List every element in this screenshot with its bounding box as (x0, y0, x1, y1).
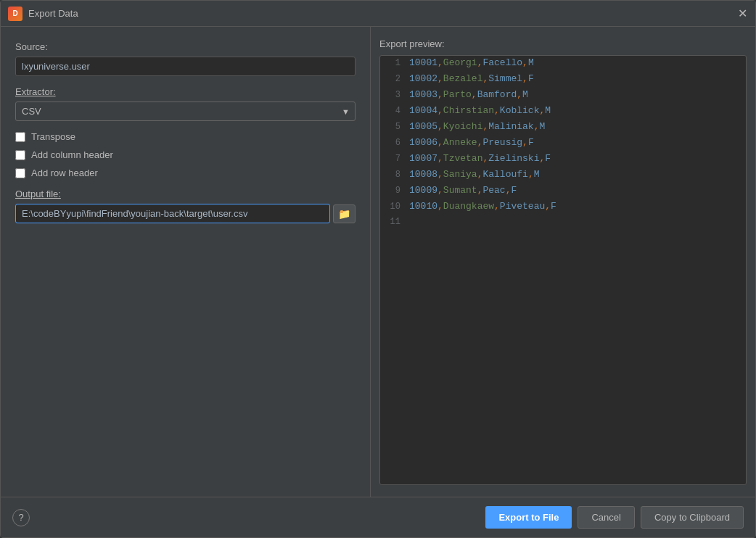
preview-row: 610006,Anneke,Preusig,F (380, 136, 746, 152)
line-content: 10008,Saniya,Kalloufi,M (409, 169, 540, 180)
line-number: 1 (380, 58, 409, 68)
preview-row: 910009,Sumant,Peac,F (380, 183, 746, 199)
extractor-select[interactable]: CSV JSON SQL XML (15, 102, 356, 121)
output-file-input[interactable] (15, 204, 330, 223)
footer-left: ? (12, 509, 30, 526)
line-content: 10005,Kyoichi,Maliniak,M (409, 121, 545, 132)
title-bar-left: D Export Data (8, 7, 78, 21)
extractor-label: Extractor: (15, 86, 356, 97)
line-content: 10010,Duangkaew,Piveteau,F (409, 201, 556, 212)
line-content: 10009,Sumant,Peac,F (409, 185, 517, 196)
preview-row: 110001,Georgi,Facello,M (380, 56, 746, 72)
line-content: 10004,Chirstian,Koblick,M (409, 105, 551, 116)
close-button[interactable]: ✕ (736, 8, 748, 20)
preview-row: 810008,Saniya,Kalloufi,M (380, 167, 746, 183)
add-row-header-label: Add row header (31, 167, 98, 178)
preview-row: 510005,Kyoichi,Maliniak,M (380, 120, 746, 136)
extractor-select-wrapper: CSV JSON SQL XML ▼ (15, 102, 356, 121)
line-number: 11 (380, 217, 409, 227)
line-number: 9 (380, 186, 409, 196)
title-bar: D Export Data ✕ (1, 1, 755, 27)
export-dialog: D Export Data ✕ Source: Extractor: CSV J… (0, 0, 756, 538)
preview-row: 410004,Chirstian,Koblick,M (380, 104, 746, 120)
export-to-file-button[interactable]: Export to File (485, 506, 572, 529)
folder-icon: 📁 (338, 208, 350, 220)
dialog-footer: ? Export to File Cancel Copy to Clipboar… (1, 497, 755, 537)
line-number: 5 (380, 122, 409, 132)
copy-to-clipboard-button[interactable]: Copy to Clipboard (641, 506, 744, 529)
line-content: 10003,Parto,Bamford,M (409, 89, 528, 100)
help-button[interactable]: ? (12, 509, 30, 526)
preview-row: 1010010,Duangkaew,Piveteau,F (380, 199, 746, 215)
line-content: 10006,Anneke,Preusig,F (409, 137, 534, 148)
line-number: 3 (380, 90, 409, 100)
cancel-button[interactable]: Cancel (578, 506, 634, 529)
preview-area[interactable]: 110001,Georgi,Facello,M210002,Bezalel,Si… (379, 55, 747, 485)
source-section: Source: (15, 41, 356, 76)
dialog-title: Export Data (28, 8, 78, 19)
transpose-label: Transpose (31, 131, 75, 142)
add-column-header-checkbox-row[interactable]: Add column header (15, 149, 356, 160)
preview-row: 710007,Tzvetan,Zielinski,F (380, 152, 746, 167)
source-input[interactable] (15, 57, 356, 76)
output-file-section: Output file: 📁 (15, 189, 356, 223)
preview-row: 310003,Parto,Bamford,M (380, 88, 746, 104)
line-content: 10007,Tzvetan,Zielinski,F (409, 153, 551, 164)
line-number: 10 (380, 202, 409, 212)
preview-label: Export preview: (379, 38, 747, 49)
footer-right: Export to File Cancel Copy to Clipboard (485, 506, 744, 529)
add-row-header-checkbox[interactable] (15, 168, 25, 178)
left-panel: Source: Extractor: CSV JSON SQL XML ▼ (1, 27, 371, 497)
line-number: 7 (380, 154, 409, 164)
output-file-row: 📁 (15, 204, 356, 223)
right-panel: Export preview: 110001,Georgi,Facello,M2… (371, 27, 755, 497)
browse-button[interactable]: 📁 (333, 204, 356, 223)
extractor-section: Extractor: CSV JSON SQL XML ▼ (15, 86, 356, 121)
line-number: 8 (380, 170, 409, 180)
dialog-body: Source: Extractor: CSV JSON SQL XML ▼ (1, 27, 755, 497)
source-label: Source: (15, 41, 356, 52)
app-icon: D (8, 7, 22, 21)
transpose-checkbox-row[interactable]: Transpose (15, 131, 356, 142)
checkboxes-section: Transpose Add column header Add row head… (15, 131, 356, 178)
output-file-label: Output file: (15, 189, 356, 199)
line-content: 10001,Georgi,Facello,M (409, 57, 534, 68)
line-number: 4 (380, 106, 409, 116)
add-column-header-label: Add column header (31, 149, 113, 160)
add-row-header-checkbox-row[interactable]: Add row header (15, 167, 356, 178)
transpose-checkbox[interactable] (15, 132, 25, 142)
preview-row: 210002,Bezalel,Simmel,F (380, 72, 746, 88)
add-column-header-checkbox[interactable] (15, 150, 25, 160)
preview-row: 11 (380, 215, 746, 231)
line-number: 6 (380, 138, 409, 148)
line-content: 10002,Bezalel,Simmel,F (409, 73, 534, 84)
line-number: 2 (380, 74, 409, 84)
